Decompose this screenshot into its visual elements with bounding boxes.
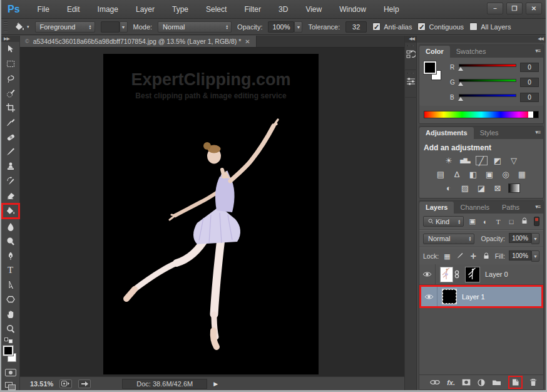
selective-color-icon[interactable]: ⊠	[492, 183, 504, 193]
menu-layer[interactable]: Layer	[127, 0, 163, 19]
delete-layer-button[interactable]	[529, 378, 537, 386]
history-brush-tool[interactable]	[1, 173, 20, 188]
fill-source-dropdown[interactable]: Foreground ▲▼	[35, 21, 95, 33]
tab-adjustments[interactable]: Adjustments	[419, 127, 474, 139]
move-tool[interactable]	[1, 42, 20, 56]
color-spectrum-ramp[interactable]	[424, 111, 539, 118]
brightness-contrast-icon[interactable]: ☀	[443, 156, 455, 165]
menu-filter[interactable]: Filter	[235, 0, 270, 19]
history-panel-button[interactable]	[404, 43, 417, 70]
share-icon[interactable]	[78, 379, 91, 388]
path-selection-tool[interactable]	[1, 277, 20, 292]
active-tool-icon[interactable]: ▾	[14, 22, 29, 31]
swap-colors-icon[interactable]	[1, 336, 20, 343]
lock-transparent-pixels-icon[interactable]: ▦	[442, 252, 452, 260]
dodge-tool[interactable]	[1, 234, 20, 249]
layer-mask-thumbnail[interactable]	[465, 267, 480, 282]
anti-alias-checkbox[interactable]: ✓ Anti-alias	[372, 23, 412, 31]
layer-1-row[interactable]: Layer 1	[419, 285, 543, 308]
link-layers-button[interactable]	[430, 379, 440, 385]
panel-menu-icon[interactable]: ▾≡	[535, 204, 540, 210]
type-tool[interactable]: T	[1, 263, 20, 277]
red-slider[interactable]	[459, 64, 516, 71]
opacity-control[interactable]: 100% ▼	[268, 21, 302, 33]
eyedropper-tool[interactable]	[1, 115, 20, 130]
brush-tool[interactable]	[1, 144, 20, 158]
foreground-color-swatch[interactable]	[424, 61, 436, 74]
minimize-button[interactable]: –	[487, 3, 503, 14]
toolbar-collapse-icon[interactable]: ▶▶	[1, 36, 19, 42]
quick-mask-button[interactable]	[5, 369, 16, 376]
tab-layers[interactable]: Layers	[419, 202, 454, 214]
add-layer-mask-button[interactable]	[462, 379, 471, 386]
pen-tool[interactable]	[1, 249, 20, 263]
image-canvas[interactable]: ExpertClipping.com Best clipping path & …	[103, 54, 319, 374]
mask-link-icon[interactable]	[454, 270, 459, 279]
layer-name[interactable]: Layer 1	[462, 293, 485, 301]
layer-thumbnail[interactable]	[440, 267, 453, 282]
layer-0-row[interactable]: Layer 0	[419, 264, 543, 285]
dock-expand-icon[interactable]: ◀◀	[405, 36, 416, 43]
blue-slider[interactable]	[459, 94, 516, 101]
filter-toggle-switch[interactable]	[534, 217, 539, 226]
blend-mode-dropdown[interactable]: Normal ▲▼	[423, 234, 474, 244]
fill-dropdown-icon[interactable]: ▼	[531, 250, 539, 262]
new-layer-button[interactable]	[511, 378, 519, 386]
menu-window[interactable]: Window	[330, 0, 375, 19]
panel-menu-icon[interactable]: ▾≡	[535, 48, 540, 54]
photo-filter-icon[interactable]: ▣	[484, 170, 496, 179]
quick-selection-tool[interactable]	[1, 86, 20, 100]
panels-collapse-icon[interactable]: ◀◀	[417, 36, 546, 43]
zoom-level[interactable]: 13.51%	[30, 380, 53, 388]
color-balance-icon[interactable]: Δ	[451, 170, 463, 179]
document-size-info[interactable]: Doc: 38.6M/42.6M	[122, 379, 207, 389]
menu-file[interactable]: File	[29, 0, 58, 19]
tab-styles[interactable]: Styles	[474, 127, 505, 139]
new-adjustment-layer-button[interactable]	[478, 379, 485, 386]
exposure-icon[interactable]: ◩	[492, 156, 504, 165]
tab-channels[interactable]: Channels	[454, 202, 495, 214]
lock-image-pixels-icon[interactable]	[456, 252, 465, 260]
black-white-icon[interactable]: ◧	[468, 170, 479, 179]
mode-dropdown[interactable]: Normal ▲▼	[158, 21, 232, 33]
contiguous-checkbox[interactable]: ✓ Contiguous	[417, 23, 464, 31]
tolerance-input[interactable]: 32	[345, 21, 367, 33]
filter-type-layers-icon[interactable]: T	[494, 218, 503, 225]
menu-select[interactable]: Select	[197, 0, 235, 19]
layer-thumbnail[interactable]	[442, 289, 457, 304]
menu-help[interactable]: Help	[375, 0, 408, 19]
tab-close-icon[interactable]: ✕	[245, 38, 250, 45]
fill-control[interactable]: 100% ▼	[509, 250, 539, 262]
menu-image[interactable]: Image	[89, 0, 127, 19]
clone-stamp-tool[interactable]	[1, 159, 20, 173]
menu-view[interactable]: View	[297, 0, 330, 19]
foreground-color-swatch[interactable]	[3, 346, 13, 356]
color-panel-swatches[interactable]	[424, 61, 445, 84]
color-lookup-icon[interactable]: ▦	[516, 170, 528, 179]
close-button[interactable]: ✕	[526, 3, 542, 14]
vibrance-icon[interactable]: ▽	[508, 156, 520, 165]
hand-tool[interactable]	[1, 307, 20, 321]
hue-saturation-icon[interactable]: ▤	[435, 170, 447, 179]
menu-3d[interactable]: 3D	[270, 0, 297, 19]
tab-swatches[interactable]: Swatches	[450, 46, 493, 58]
tab-color[interactable]: Color	[419, 46, 450, 58]
zoom-tool[interactable]	[1, 321, 20, 336]
lock-all-icon[interactable]	[482, 252, 491, 260]
green-slider[interactable]	[459, 79, 516, 86]
lock-position-icon[interactable]: ✛	[469, 252, 478, 260]
slider-thumb[interactable]	[458, 97, 463, 101]
layer-opacity-control[interactable]: 100% ▼	[509, 233, 539, 244]
all-layers-checkbox[interactable]: All Layers	[469, 23, 511, 31]
filter-pixel-layers-icon[interactable]: ▣	[468, 217, 477, 225]
slider-thumb[interactable]	[458, 82, 463, 86]
channel-mixer-icon[interactable]: ◎	[500, 170, 512, 179]
eraser-tool[interactable]	[1, 188, 20, 202]
levels-icon[interactable]: ▅▇▃	[459, 156, 471, 165]
filter-shape-layers-icon[interactable]: □	[507, 218, 516, 225]
panel-menu-icon[interactable]: ▾≡	[535, 129, 540, 135]
screen-mode-button[interactable]	[5, 382, 16, 390]
foreground-background-swatches[interactable]	[1, 345, 20, 365]
crop-tool[interactable]	[1, 101, 20, 115]
blur-tool[interactable]	[1, 219, 20, 234]
